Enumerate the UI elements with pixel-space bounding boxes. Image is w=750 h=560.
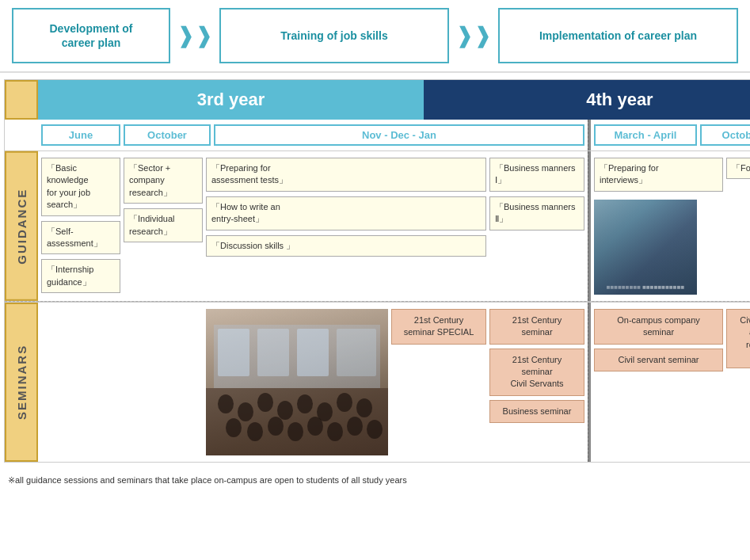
guidance-card: 「Basic knowledgefor your job search」 (41, 158, 120, 216)
seminar-card-special: 21st Centuryseminar SPECIAL (391, 309, 486, 345)
guidance-card: 「Follow-up」 (726, 158, 750, 179)
guidance-label: GUIDANCE (5, 151, 38, 301)
guidance-june-col: 「Basic knowledgefor your job search」 「Se… (41, 158, 120, 295)
svg-point-13 (287, 422, 303, 441)
guidance-photo: ■■■■■■■■■ ■■■■■■■■■■■ (594, 200, 697, 295)
guidance-card: 「Sector +company research」 (124, 158, 203, 204)
guidance-4th-year: 「Preparing forinterviews」 ■■■■■■■■■ ■■■■… (591, 151, 750, 301)
guidance-card: 「Preparing forinterviews」 (594, 158, 723, 192)
month-june: June (41, 124, 120, 146)
guidance-oct-col: 「Sector +company research」 「Individual r… (124, 158, 203, 295)
phase-arrow-1: ❱❱ (177, 25, 213, 47)
seminar-photo (206, 309, 388, 455)
guidance-oct2-col: 「Follow-up」 (726, 158, 750, 295)
guidance-card: 「Individual research」 (124, 208, 203, 242)
guidance-card: 「Self-assessment」 (41, 221, 120, 255)
guidance-nov-left: 「Preparing forassessment tests」 「How to … (206, 158, 486, 295)
seminar-card-business: Business seminar (489, 400, 584, 423)
months-3rd: June October Nov - Dec - Jan (38, 120, 588, 150)
seminar-card-21stcentury: 21st Century seminar (489, 309, 584, 345)
year3-header: 3rd year (38, 80, 424, 120)
phase-1-box: Development of career plan (12, 8, 170, 63)
month-march-april: March - April (594, 124, 697, 146)
svg-point-16 (347, 417, 363, 436)
svg-point-11 (247, 422, 263, 441)
svg-point-12 (268, 417, 284, 436)
svg-point-5 (277, 401, 293, 420)
guidance-card: 「How to write anentry-sheet」 (206, 196, 486, 230)
phase-2-label: Training of job skills (280, 29, 387, 43)
seminar-card-oncampus: On-campus companyseminar (594, 309, 723, 345)
guidance-card: 「Preparing forassessment tests」 (206, 158, 486, 192)
seminars-label: SEMINARS (5, 303, 38, 462)
svg-point-14 (307, 417, 323, 436)
seminars-3rd-year: 21st Centuryseminar SPECIAL 21st Century… (38, 303, 588, 462)
months-4th: March - April October (591, 120, 750, 150)
svg-rect-18 (218, 329, 249, 376)
guidance-marapr-col: 「Preparing forinterviews」 ■■■■■■■■■ ■■■■… (594, 158, 723, 295)
svg-point-2 (218, 394, 234, 413)
svg-rect-19 (257, 329, 289, 376)
phase-1-label: Development of career plan (49, 21, 132, 50)
year-header-row: 3rd year 4th year (5, 80, 750, 120)
month-october2: October (700, 124, 750, 146)
svg-point-15 (327, 422, 343, 441)
phase-header: Development of career plan ❱❱ Training o… (0, 0, 750, 73)
guidance-card: 「Business manners Ⅰ」 (489, 158, 584, 192)
guidance-section-outer: 3rd year 4th year June October Nov - Dec… (4, 79, 750, 463)
seminar-marapr-col: On-campus companyseminar Civil servant s… (594, 309, 723, 371)
guidance-card: 「Internshipguidance」 (41, 259, 120, 293)
seminar-nov-right-cards: 21st Century seminar 21st Centuryseminar… (489, 309, 584, 455)
seminar-4th-row1: On-campus companyseminar Civil servant s… (594, 309, 750, 371)
phase-3-box: Implementation of career plan (498, 8, 738, 63)
seminar-oct2-col: Civil servant &academicrecruitment brief… (726, 309, 750, 371)
svg-rect-21 (337, 329, 376, 376)
guidance-row: GUIDANCE 「Basic knowledgefor your job se… (5, 151, 750, 301)
guidance-nov-col: 「Preparing forassessment tests」 「How to … (206, 158, 584, 295)
seminar-card-civil-servants: 21st CenturyseminarCivil Servants (489, 349, 584, 396)
main-content: 3rd year 4th year June October Nov - Dec… (4, 79, 746, 463)
seminar-card-civil-academic: Civil servant &academicrecruitment brief… (726, 309, 750, 369)
phase-arrow-2: ❱❱ (455, 25, 492, 47)
seminars-row: SEMINARS (5, 303, 750, 462)
phase-3-label: Implementation of career plan (539, 29, 697, 43)
guidance-card: 「Discussion skills 」 (206, 235, 486, 257)
seminars-4th-year: On-campus companyseminar Civil servant s… (591, 303, 750, 462)
year4-header: 4th year (427, 80, 750, 120)
seminar-nov-cards: 21st Centuryseminar SPECIAL (391, 309, 486, 455)
guidance-nov-right: 「Business manners Ⅰ」 「Business manners Ⅱ… (489, 158, 584, 295)
guidance-3rd-year: 「Basic knowledgefor your job search」 「Se… (38, 151, 588, 301)
svg-point-17 (367, 420, 383, 439)
month-nov-dec-jan: Nov - Dec - Jan (214, 124, 584, 146)
svg-point-3 (238, 402, 253, 421)
seminars-nov-col: 21st Centuryseminar SPECIAL 21st Century… (206, 309, 584, 455)
month-october: October (124, 124, 211, 146)
svg-rect-20 (297, 329, 329, 376)
footnote: ※all guidance sessions and seminars that… (0, 469, 750, 492)
svg-point-8 (337, 393, 352, 412)
svg-point-9 (356, 398, 372, 417)
phase-2-box: Training of job skills (219, 8, 449, 63)
svg-point-4 (257, 393, 273, 412)
seminar-card-civil-servant: Civil servant seminar (594, 349, 723, 371)
svg-point-6 (297, 394, 313, 413)
svg-point-10 (226, 418, 242, 437)
month-row: June October Nov - Dec - Jan March - Apr… (5, 120, 750, 151)
guidance-card: 「Business manners Ⅱ」 (489, 196, 584, 230)
